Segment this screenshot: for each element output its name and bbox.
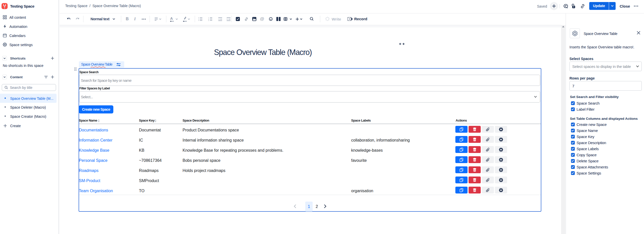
svg-text:3: 3 — [208, 20, 209, 21]
